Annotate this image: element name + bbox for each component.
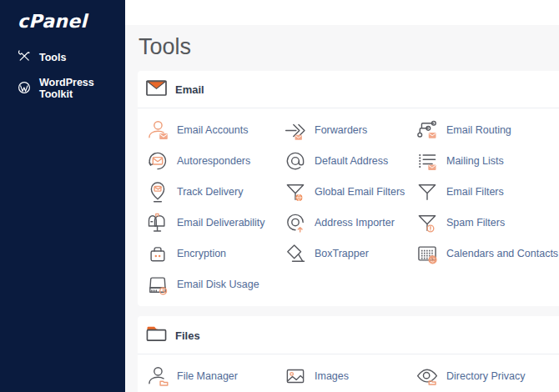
- top-bar: [125, 0, 559, 25]
- files-section-card: Files File Manager Images: [138, 316, 559, 392]
- section-title: Email: [175, 83, 204, 96]
- tool-label: Email Filters: [446, 186, 504, 198]
- calendars-and-contacts-icon: [415, 242, 439, 265]
- boxtrapper-icon: [284, 242, 307, 265]
- sidebar-item-wordpress-toolkit[interactable]: WordPress Toolkit: [0, 71, 125, 106]
- page-title: Tools: [138, 34, 559, 60]
- images-icon: [284, 364, 307, 388]
- tool-forwarders[interactable]: Forwarders: [284, 114, 415, 145]
- tool-label: File Manager: [177, 370, 238, 382]
- global-email-filters-icon: [284, 180, 307, 204]
- default-address-icon: [284, 149, 307, 173]
- sidebar-item-label: WordPress Toolkit: [39, 77, 108, 100]
- tool-mailing-lists[interactable]: Mailing Lists: [415, 145, 559, 176]
- directory-privacy-icon: [415, 364, 439, 388]
- file-manager-icon: [146, 364, 169, 388]
- email-section-card: Email Email Accounts: [138, 71, 559, 306]
- encryption-icon: [146, 242, 169, 265]
- email-deliverability-icon: [146, 211, 169, 234]
- tool-label: Email Deliverability: [177, 217, 265, 229]
- sidebar-item-label: Tools: [39, 52, 66, 63]
- email-accounts-icon: [146, 118, 169, 142]
- tool-email-routing[interactable]: Email Routing: [415, 114, 559, 145]
- tool-address-importer[interactable]: Address Importer: [284, 207, 415, 238]
- tool-label: Track Delivery: [177, 186, 243, 198]
- tool-autoresponders[interactable]: Autoresponders: [146, 145, 284, 176]
- track-delivery-icon: [146, 180, 169, 204]
- tool-label: Email Routing: [446, 124, 511, 136]
- tool-file-manager[interactable]: File Manager: [146, 360, 284, 391]
- mailing-lists-icon: [415, 149, 439, 173]
- files-section-icon: [146, 325, 167, 345]
- email-section-icon: [146, 80, 167, 99]
- cpanel-logo[interactable]: cPanel: [0, 0, 125, 32]
- forwarders-icon: [284, 118, 307, 142]
- tool-calendars-and-contacts[interactable]: Calendars and Contacts: [415, 238, 559, 269]
- email-routing-icon: [415, 118, 439, 142]
- section-title: Files: [175, 329, 200, 342]
- tool-directory-privacy[interactable]: Directory Privacy: [415, 360, 559, 391]
- tool-email-accounts[interactable]: Email Accounts: [146, 114, 284, 145]
- tool-label: Email Disk Usage: [177, 279, 259, 290]
- tool-email-filters[interactable]: Email Filters: [415, 176, 559, 207]
- sidebar-item-tools[interactable]: Tools: [0, 43, 125, 71]
- sidebar-nav: Tools WordPress Toolkit: [0, 43, 125, 106]
- tool-label: Encryption: [177, 248, 226, 259]
- tool-label: Address Importer: [315, 217, 395, 229]
- tool-track-delivery[interactable]: Track Delivery: [146, 176, 284, 207]
- tool-label: Autoresponders: [177, 155, 250, 167]
- tool-email-disk-usage[interactable]: Email Disk Usage: [146, 269, 284, 299]
- address-importer-icon: [284, 211, 307, 234]
- wordpress-icon: [18, 81, 31, 97]
- tool-images[interactable]: Images: [284, 360, 415, 391]
- tool-label: Email Accounts: [177, 124, 248, 136]
- tool-label: Images: [315, 370, 349, 382]
- tool-spam-filters[interactable]: Spam Filters: [415, 207, 559, 238]
- tool-label: Default Address: [315, 155, 388, 167]
- tool-default-address[interactable]: Default Address: [284, 145, 415, 176]
- spam-filters-icon: [415, 211, 439, 234]
- tool-boxtrapper[interactable]: BoxTrapper: [284, 238, 415, 269]
- main-content: Tools Email Email Accounts: [125, 25, 559, 392]
- email-section-header: Email: [138, 71, 559, 108]
- tool-label: Mailing Lists: [446, 155, 504, 167]
- tool-label: BoxTrapper: [315, 248, 369, 259]
- tool-global-email-filters[interactable]: Global Email Filters: [284, 176, 415, 207]
- tools-icon: [18, 49, 31, 65]
- tool-label: Global Email Filters: [315, 186, 405, 198]
- autoresponders-icon: [146, 149, 169, 173]
- tool-label: Directory Privacy: [446, 370, 525, 382]
- tool-encryption[interactable]: Encryption: [146, 238, 284, 269]
- email-filters-icon: [415, 180, 439, 204]
- sidebar: cPanel Tools WordPress Toolkit: [0, 0, 125, 392]
- email-tools-grid: Email Accounts Forwarders: [138, 108, 559, 306]
- tool-label: Spam Filters: [446, 217, 505, 229]
- tool-label: Forwarders: [315, 124, 367, 136]
- tool-email-deliverability[interactable]: Email Deliverability: [146, 207, 284, 238]
- tool-label: Calendars and Contacts: [446, 248, 558, 259]
- files-tools-grid: File Manager Images Directory Privacy: [138, 354, 559, 392]
- email-disk-usage-icon: [146, 273, 169, 296]
- files-section-header: Files: [138, 316, 559, 354]
